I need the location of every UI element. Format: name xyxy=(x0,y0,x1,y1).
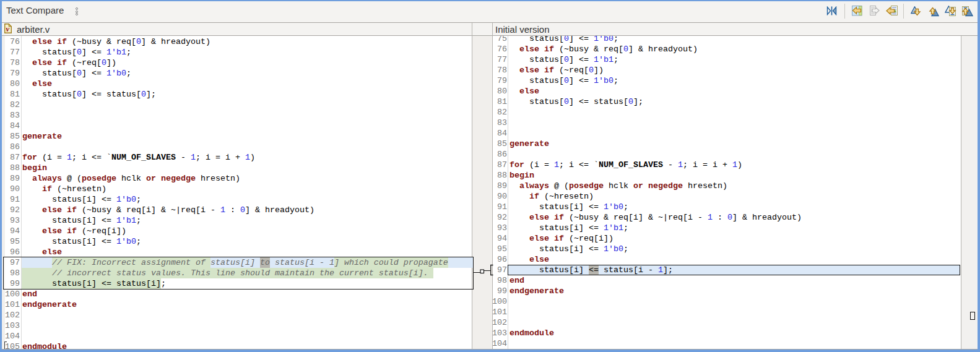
svg-text:v: v xyxy=(6,25,10,33)
